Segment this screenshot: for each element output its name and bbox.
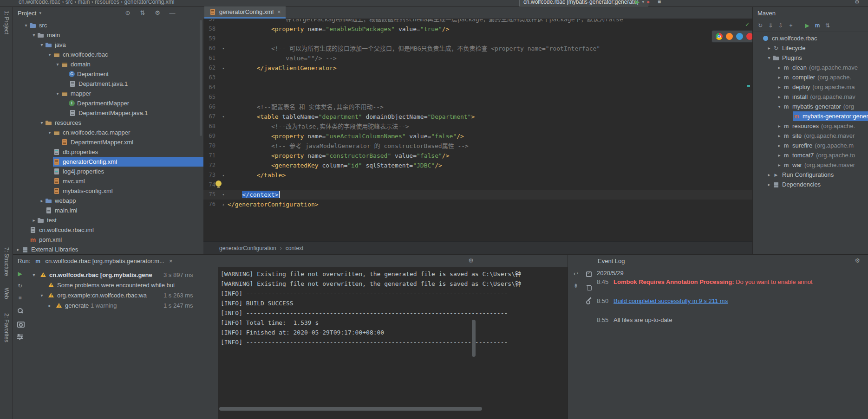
chevron-collapsed-icon[interactable]: ▸ [766, 172, 772, 177]
project-tree-item[interactable]: DepartmentMapper.java.1 [13, 108, 203, 118]
project-scrollbar[interactable] [200, 20, 202, 136]
code-line[interactable]: 73▴ </table> [203, 170, 752, 180]
intention-bulb-icon[interactable] [215, 180, 222, 187]
project-tree-item[interactable]: generatorConfig.xml [13, 157, 203, 167]
project-tree-item[interactable]: ▸External Libraries [13, 245, 203, 254]
console-vertical-scrollbar[interactable] [472, 320, 476, 357]
chevron-expanded-icon[interactable]: ▾ [46, 130, 53, 135]
search-icon[interactable] [16, 307, 24, 314]
close-tab-icon[interactable]: × [277, 8, 281, 15]
chevron-collapsed-icon[interactable]: ▸ [15, 247, 21, 252]
chrome-icon[interactable] [716, 33, 723, 40]
chevron-collapsed-icon[interactable]: ▸ [776, 162, 783, 168]
project-tree-item[interactable]: mybatis-config.xml [13, 186, 203, 196]
settings-icon[interactable]: ⚙ [852, 256, 862, 265]
code-line[interactable]: 57 在targetPackage的基础上，根据数据库的schema再生成一层p… [203, 19, 752, 24]
soft-wrap-icon[interactable]: ↩ [572, 271, 580, 277]
fold-marker-icon[interactable]: ▴ [219, 170, 228, 180]
run-tree-item[interactable]: ▸generate1 warning1 s 247 ms [27, 300, 218, 310]
chevron-expanded-icon[interactable]: ▾ [39, 120, 45, 125]
code-line[interactable]: 63 [203, 73, 752, 83]
stripe-button-2-favorites[interactable]: 2: Favorites [0, 313, 13, 342]
rerun-failed-icon[interactable]: ↻ [16, 283, 24, 289]
code-line[interactable]: 62▴ </javaClientGenerator> [203, 63, 752, 73]
chevron-expanded-icon[interactable]: ▾ [54, 62, 61, 67]
chevron-expanded-icon[interactable]: ▾ [31, 32, 37, 38]
clear-all-icon[interactable] [585, 284, 593, 291]
chevron-expanded-icon[interactable]: ▾ [31, 272, 37, 277]
fold-marker-icon[interactable]: ▾ [219, 44, 228, 53]
code-line[interactable]: 75▾ </context> [203, 190, 752, 200]
navigation-bar[interactable]: cn.wolfcode.rbac › src › main › resource… [19, 0, 174, 5]
stripe-button-1-project[interactable]: 1: Project [0, 11, 13, 34]
chevron-collapsed-icon[interactable]: ▸ [39, 198, 45, 203]
project-view-selector[interactable]: Project ▾ [18, 10, 41, 17]
maven-tree-item[interactable]: ▸mtomcat7(org.apache.to [753, 150, 868, 160]
code-line[interactable]: 58 <property name="enableSubPackages" va… [203, 24, 752, 34]
project-tree-item[interactable]: ▾resources [13, 118, 203, 128]
code-line[interactable]: 74 [203, 180, 752, 190]
rerun-icon[interactable]: ▶ [16, 271, 24, 277]
project-tree-item[interactable]: ▾src [13, 20, 203, 30]
chevron-expanded-icon[interactable]: ▾ [54, 91, 61, 96]
hide-panel-icon[interactable]: — [481, 256, 491, 265]
project-tree-item[interactable]: ▾main [13, 30, 203, 40]
fold-marker-icon[interactable]: ▾ [219, 112, 228, 122]
maven-tree-item[interactable]: ▸msite(org.apache.maver [753, 131, 868, 141]
maven-tree-item[interactable]: ▸mclean(org.apache.mave [753, 63, 868, 72]
code-line[interactable]: 72 <generatedKey column="id" sqlStatemen… [203, 161, 752, 170]
select-opened-file-icon[interactable]: ⊙ [123, 8, 133, 18]
code-line[interactable]: 69 <property name="useActualColumnNames"… [203, 131, 752, 141]
refresh-icon[interactable]: ↻ [757, 22, 764, 29]
inspections-ok-icon[interactable]: ✓ [745, 21, 750, 28]
code-line[interactable]: 64 [203, 83, 752, 92]
run-tree-item[interactable]: Some problems were encountered while bui [27, 280, 218, 290]
project-tree-item[interactable]: log4j.properties [13, 167, 203, 176]
maven-tree-item[interactable]: ▸msurefire(org.apache.m [753, 141, 868, 150]
filter-console-icon[interactable] [16, 333, 24, 340]
code-line[interactable]: 65 [203, 92, 752, 102]
mark-read-icon[interactable] [585, 271, 593, 278]
project-tree-item[interactable]: ▾cn.wolfcode.rbac.mapper [13, 128, 203, 137]
code-line[interactable]: 66 <!--配置表名 和 实体类名,其余的不用动--> [203, 102, 752, 112]
settings-icon[interactable]: ⚙ [466, 256, 476, 265]
code-line[interactable]: 60▾ <!-- 可以为所有生成的接口添加一个父接口，但是MBG只负责生成，不负… [203, 44, 752, 53]
console-output[interactable]: [WARNING] Existing file not overwritten,… [218, 267, 568, 419]
project-tree-item[interactable]: mpom.xml [13, 235, 203, 245]
maven-tree-item[interactable]: ▸↻Lifecycle [753, 43, 868, 53]
wrench-icon[interactable] [585, 297, 593, 304]
run-icon[interactable]: ▶ [803, 22, 811, 29]
maven-tree-item[interactable]: ▸minstall(org.apache.mav [753, 92, 868, 102]
run-configuration-select[interactable]: cn.wolfcode.rbac [mybatis-generator:gene… [519, 0, 648, 6]
chevron-expanded-icon[interactable]: ▾ [39, 293, 45, 298]
run-button[interactable]: ▶ [635, 0, 640, 5]
chevron-expanded-icon[interactable]: ▾ [766, 55, 772, 60]
project-tree-item[interactable]: ▸webapp [13, 196, 203, 206]
chevron-collapsed-icon[interactable]: ▸ [31, 218, 37, 223]
project-tree-item[interactable]: ▸test [13, 215, 203, 225]
firefox-icon[interactable] [726, 33, 733, 40]
scroll-to-end-icon[interactable]: ⇟ [572, 283, 580, 289]
chevron-expanded-icon[interactable]: ▾ [23, 23, 29, 28]
debug-button[interactable]: ● [646, 0, 650, 5]
stripe-button-7-structure[interactable]: 7: Structure [0, 247, 13, 276]
download-icon[interactable]: ⇩ [777, 22, 784, 29]
filter-icon[interactable]: ⇅ [824, 22, 831, 29]
run-tree-item[interactable]: ▾org.example:cn.wolfcode.rbac:wa1 s 263 … [27, 290, 218, 300]
maven-tree-item[interactable]: ▸Dependencies [753, 180, 868, 189]
project-tree-item[interactable]: ▾java [13, 40, 203, 50]
code-line[interactable]: 61 value=""/> --> [203, 53, 752, 63]
chevron-collapsed-icon[interactable]: ▸ [776, 143, 783, 148]
thread-dump-icon[interactable] [16, 320, 24, 327]
maven-tree-item[interactable]: ▾mmybatis-generator(org [753, 102, 868, 111]
add-icon[interactable]: + [787, 22, 795, 29]
chevron-expanded-icon[interactable]: ▾ [776, 104, 783, 109]
code-line[interactable]: 59 [203, 34, 752, 44]
maven-tree-item[interactable]: ▸mcompiler(org.apache. [753, 72, 868, 82]
chevron-collapsed-icon[interactable]: ▸ [776, 75, 783, 80]
download-sources-icon[interactable]: ⇓ [767, 22, 774, 29]
run-tab-title[interactable]: cn.wolfcode.rbac [org.mybatis.generator:… [45, 258, 164, 264]
chevron-collapsed-icon[interactable]: ▸ [776, 123, 783, 129]
safari-icon[interactable] [736, 33, 743, 40]
maven-tree-item[interactable]: ▸▶Run Configurations [753, 170, 868, 180]
